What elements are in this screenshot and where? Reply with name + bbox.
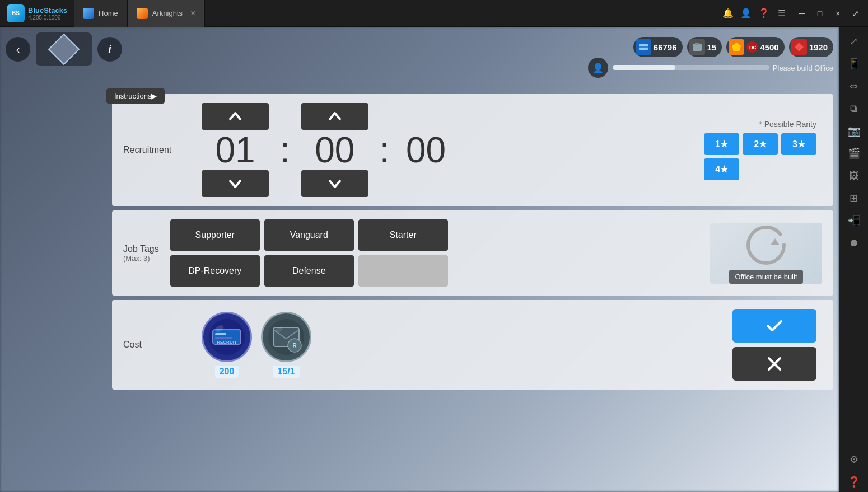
right-sidebar: ⤢ 📱 ⇔ ⧉ 📷 🎬 🖼 ⊞ 📲 ⏺ ⚙ ❓	[839, 27, 868, 492]
svg-marker-6	[795, 43, 804, 51]
grid-icon[interactable]: ⊞	[844, 188, 864, 208]
job-tags-title: Job Tags	[123, 244, 159, 254]
tag-vanguard-button[interactable]: Vanguard	[264, 219, 354, 251]
minutes-down-button[interactable]	[301, 170, 368, 197]
refresh-icon-container	[744, 223, 788, 270]
film-icon[interactable]: 🎬	[844, 143, 864, 163]
svg-marker-4	[732, 43, 741, 51]
app-version: 4.205.0.1006	[28, 15, 67, 21]
top-bar: BS BlueStacks 4.205.0.1006 Home Arknight…	[0, 0, 868, 27]
blue-ticket-value: 200	[215, 366, 239, 378]
hours-up-button[interactable]	[202, 103, 269, 130]
ticket-icon	[636, 39, 651, 55]
svg-rect-11	[215, 333, 226, 335]
close-button[interactable]: ×	[830, 6, 846, 21]
tags-grid: Supporter Vanguard Starter DP-Recovery D…	[170, 219, 448, 287]
maximize-button[interactable]: □	[812, 6, 828, 21]
blue-ticket-icon: RECRUIT	[202, 312, 252, 362]
ticket-value: 66796	[654, 43, 677, 52]
info-icon: i	[108, 44, 111, 55]
gray-ticket-value: 15/1	[273, 366, 299, 378]
tag-starter-button[interactable]: Starter	[358, 219, 448, 251]
recruitment-label: Recruitment	[123, 145, 190, 155]
diamond-icon	[791, 39, 807, 55]
mobile-icon[interactable]: 📲	[844, 210, 864, 231]
tag-defense-button[interactable]: Defense	[264, 255, 354, 287]
resize-icon[interactable]: ⇔	[844, 76, 864, 96]
user-icon[interactable]: 👤	[740, 8, 752, 19]
svg-text:RECRUIT: RECRUIT	[217, 340, 237, 345]
rarity-2-button[interactable]: 2★	[743, 133, 778, 155]
expand-icon[interactable]: ⤢	[844, 31, 864, 51]
info-button[interactable]: i	[97, 37, 122, 62]
menu-icon[interactable]: ☰	[776, 8, 787, 19]
cost-items: RECRUIT 200	[202, 312, 311, 378]
question-icon[interactable]: ❓	[758, 8, 769, 19]
currency-diamond: 1920	[789, 37, 833, 57]
camera-icon[interactable]: 📷	[844, 121, 864, 141]
photo-value: 15	[707, 43, 717, 52]
rarity-section: * Possible Rarity 1★ 2★ 3★ 4★	[704, 120, 822, 180]
help-icon[interactable]: ❓	[844, 472, 864, 492]
rarity-4-button[interactable]: 4★	[704, 158, 739, 180]
tab-close-icon[interactable]: ×	[190, 8, 195, 18]
instructions-label: Instructions▶	[114, 92, 157, 100]
minimize-button[interactable]: ─	[794, 6, 810, 21]
confirm-check-icon	[764, 316, 785, 336]
gem-icon	[729, 39, 744, 55]
home-button[interactable]	[36, 32, 92, 66]
rarity-1-button[interactable]: 1★	[704, 133, 739, 155]
minutes-value: 00	[310, 132, 360, 168]
tab-arknights[interactable]: Arknights ×	[128, 0, 206, 27]
minutes-control: 00	[301, 103, 368, 197]
job-tags-sublabel: (Max: 3)	[123, 254, 159, 263]
tag-supporter-button[interactable]: Supporter	[170, 219, 260, 251]
window-controls: ─ □ × ⤢	[794, 6, 864, 21]
back-button[interactable]: ‹	[6, 37, 30, 62]
svg-rect-12	[215, 337, 232, 339]
hours-down-button[interactable]	[202, 170, 269, 197]
confirm-button[interactable]	[732, 309, 816, 343]
cancel-button[interactable]	[732, 347, 816, 381]
currency-area: 66796 15 DC 4500	[633, 37, 833, 57]
back-icon: ‹	[16, 43, 20, 56]
settings-icon[interactable]: ⚙	[844, 449, 864, 470]
app-name: BlueStacks	[28, 6, 67, 15]
image-icon[interactable]: 🖼	[844, 166, 864, 186]
gem-value: 4500	[760, 43, 778, 52]
instructions-button[interactable]: Instructions▶	[106, 88, 165, 104]
job-tags-panel: Job Tags (Max: 3) Supporter Vanguard Sta…	[112, 210, 833, 296]
cost-label: Cost	[123, 340, 190, 350]
dc-icon: DC	[746, 41, 758, 53]
tab-home[interactable]: Home	[74, 0, 128, 27]
record-icon[interactable]: ⏺	[844, 233, 864, 253]
recruitment-panel: Instructions▶ Recruitment 01 :	[112, 94, 833, 206]
photo-icon	[689, 39, 705, 55]
currency-photo: 15	[687, 37, 722, 57]
hours-value: 01	[210, 132, 260, 168]
cost-panel: Cost RECRUIT	[112, 300, 833, 390]
layers-icon[interactable]: ⧉	[844, 99, 864, 119]
rarity-3-button[interactable]: 3★	[781, 133, 816, 155]
rarity-title: * Possible Rarity	[704, 120, 816, 129]
home-tab-label: Home	[99, 9, 118, 17]
rarity-grid: 1★ 2★ 3★ 4★	[704, 133, 816, 180]
bluestacks-frame: BS BlueStacks 4.205.0.1006 Home Arknight…	[0, 0, 868, 492]
home-diamond-icon	[48, 34, 80, 65]
minutes-up-button[interactable]	[301, 103, 368, 130]
cancel-x-icon	[764, 354, 785, 374]
arknights-tab-label: Arknights	[152, 9, 183, 17]
fullscreen-button[interactable]: ⤢	[848, 6, 864, 21]
svg-text:DC: DC	[749, 45, 756, 50]
gray-ticket-icon: R	[261, 312, 311, 362]
office-notice-area: Office must be built	[710, 223, 822, 284]
phone-icon[interactable]: 📱	[844, 54, 864, 74]
bell-icon[interactable]: 🔔	[722, 8, 734, 19]
action-buttons	[732, 309, 816, 381]
job-tags-label: Job Tags (Max: 3)	[123, 244, 159, 263]
svg-text:R: R	[292, 343, 297, 349]
top-bar-right: 🔔 👤 ❓ ☰ ─ □ × ⤢	[722, 6, 868, 21]
cost-item-blue: RECRUIT 200	[202, 312, 252, 378]
diamond-value: 1920	[809, 43, 828, 52]
tag-dp-recovery-button[interactable]: DP-Recovery	[170, 255, 260, 287]
